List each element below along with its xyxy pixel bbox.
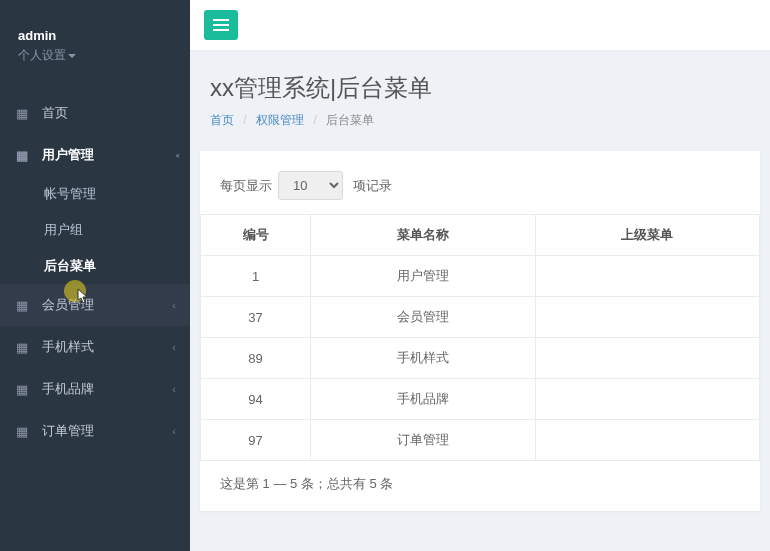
sidebar-sub-usergroup[interactable]: 用户组 (0, 212, 190, 248)
col-id[interactable]: 编号 (201, 215, 311, 256)
breadcrumb-sep: / (313, 113, 316, 127)
nav: ▦ 首页 ▦ 用户管理 ˅ 帐号管理 用户组 后台菜单 ▦ 会员管理 ‹ ▦ 手… (0, 92, 190, 452)
table-row[interactable]: 97订单管理 (201, 420, 760, 461)
sub-label: 用户组 (44, 222, 83, 237)
grid-icon: ▦ (16, 148, 32, 163)
breadcrumb-sep: / (243, 113, 246, 127)
cell-name: 手机样式 (311, 338, 536, 379)
sidebar-item-user-mgmt[interactable]: ▦ 用户管理 ˅ (0, 134, 190, 176)
grid-icon: ▦ (16, 424, 32, 439)
sidebar-item-phone-brand[interactable]: ▦ 手机品牌 ‹ (0, 368, 190, 410)
table-header-row: 编号 菜单名称 上级菜单 (201, 215, 760, 256)
breadcrumb-current: 后台菜单 (326, 113, 374, 127)
sub-label: 帐号管理 (44, 186, 96, 201)
table-row[interactable]: 89手机样式 (201, 338, 760, 379)
chevron-left-icon: ‹ (172, 425, 176, 437)
length-after-label: 项记录 (353, 177, 392, 195)
main: xx管理系统|后台菜单 首页 / 权限管理 / 后台菜单 每页显示 10 项记录… (190, 0, 770, 551)
length-control: 每页显示 10 项记录 (200, 171, 760, 214)
grid-icon: ▦ (16, 382, 32, 397)
sidebar-item-label: 用户管理 (42, 146, 94, 164)
cell-name: 手机品牌 (311, 379, 536, 420)
hamburger-icon (213, 24, 229, 26)
sidebar-submenu-user: 帐号管理 用户组 后台菜单 (0, 176, 190, 284)
personal-settings-dropdown[interactable]: 个人设置 (18, 47, 172, 64)
caret-down-icon (68, 54, 76, 58)
breadcrumb-perm[interactable]: 权限管理 (256, 113, 304, 127)
page-title: xx管理系统|后台菜单 (210, 72, 750, 104)
cell-parent (535, 297, 760, 338)
topbar (190, 0, 770, 50)
page-header: xx管理系统|后台菜单 首页 / 权限管理 / 后台菜单 (190, 50, 770, 139)
cell-name: 用户管理 (311, 256, 536, 297)
sidebar-sub-account[interactable]: 帐号管理 (0, 176, 190, 212)
chevron-left-icon: ‹ (172, 341, 176, 353)
length-before-label: 每页显示 (220, 177, 272, 195)
chevron-left-icon: ‹ (172, 383, 176, 395)
col-name[interactable]: 菜单名称 (311, 215, 536, 256)
cell-parent (535, 256, 760, 297)
sidebar: admin 个人设置 ▦ 首页 ▦ 用户管理 ˅ 帐号管理 用户组 后台菜单 ▦… (0, 0, 190, 551)
page-length-select[interactable]: 10 (278, 171, 343, 200)
cell-name: 会员管理 (311, 297, 536, 338)
table-row[interactable]: 1用户管理 (201, 256, 760, 297)
sub-label: 后台菜单 (44, 258, 96, 273)
table-row[interactable]: 37会员管理 (201, 297, 760, 338)
cell-parent (535, 420, 760, 461)
cell-name: 订单管理 (311, 420, 536, 461)
grid-icon: ▦ (16, 340, 32, 355)
sidebar-item-order-mgmt[interactable]: ▦ 订单管理 ‹ (0, 410, 190, 452)
sidebar-item-phone-style[interactable]: ▦ 手机样式 ‹ (0, 326, 190, 368)
data-panel: 每页显示 10 项记录 编号 菜单名称 上级菜单 1用户管理37会员管理89手机… (200, 151, 760, 511)
cell-id: 1 (201, 256, 311, 297)
username: admin (18, 28, 172, 43)
sidebar-item-label: 会员管理 (42, 296, 94, 314)
sidebar-item-label: 手机样式 (42, 338, 94, 356)
cell-parent (535, 338, 760, 379)
chevron-down-icon: ˅ (167, 152, 180, 158)
sidebar-item-member-mgmt[interactable]: ▦ 会员管理 ‹ (0, 284, 190, 326)
table-info: 这是第 1 — 5 条；总共有 5 条 (200, 461, 760, 493)
cell-id: 89 (201, 338, 311, 379)
table-row[interactable]: 94手机品牌 (201, 379, 760, 420)
settings-label: 个人设置 (18, 48, 66, 62)
cell-id: 94 (201, 379, 311, 420)
sidebar-item-label: 首页 (42, 104, 68, 122)
menu-table: 编号 菜单名称 上级菜单 1用户管理37会员管理89手机样式94手机品牌97订单… (200, 214, 760, 461)
breadcrumb-home[interactable]: 首页 (210, 113, 234, 127)
breadcrumb: 首页 / 权限管理 / 后台菜单 (210, 112, 750, 129)
sidebar-sub-backend-menu[interactable]: 后台菜单 (0, 248, 190, 284)
user-block: admin 个人设置 (0, 0, 190, 74)
col-parent[interactable]: 上级菜单 (535, 215, 760, 256)
grid-icon: ▦ (16, 298, 32, 313)
cell-id: 97 (201, 420, 311, 461)
chevron-left-icon: ‹ (172, 299, 176, 311)
sidebar-item-label: 手机品牌 (42, 380, 94, 398)
grid-icon: ▦ (16, 106, 32, 121)
cell-parent (535, 379, 760, 420)
sidebar-item-label: 订单管理 (42, 422, 94, 440)
sidebar-item-home[interactable]: ▦ 首页 (0, 92, 190, 134)
hamburger-toggle-button[interactable] (204, 10, 238, 40)
cell-id: 37 (201, 297, 311, 338)
